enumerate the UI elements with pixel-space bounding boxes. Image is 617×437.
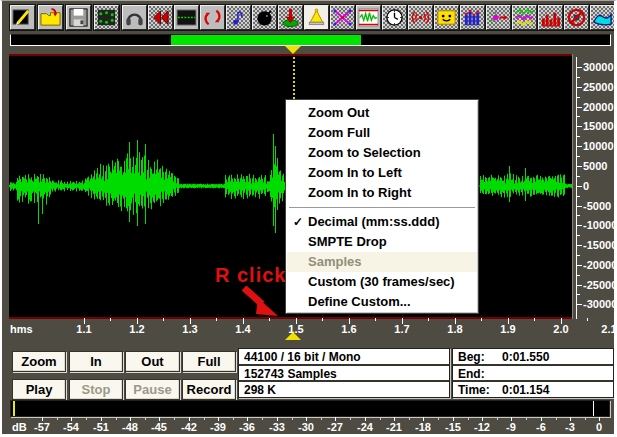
time-tick-label: 1.4 [228,323,258,335]
ocean-wave-icon[interactable] [590,5,615,30]
time-value: 0:01.154 [502,383,549,397]
tick-mark [247,417,248,421]
new-file-icon[interactable] [10,5,35,30]
meter-zero-mark [593,401,594,416]
tick-mark [174,418,175,420]
scope-wave-icon[interactable] [356,5,381,30]
menu-item-define-custom[interactable]: Define Custom... [287,292,477,312]
time-tick-label: 1.7 [387,323,417,335]
eq-bars-icon[interactable] [460,5,485,30]
tuning-note-icon[interactable] [226,5,251,30]
end-label: End: [458,367,502,381]
tick-mark [233,418,234,420]
amp-tick-label: -5000 [583,200,617,212]
in-button[interactable]: In [69,351,123,372]
tick-mark [561,318,562,324]
tick-mark [292,418,293,420]
headphones-icon[interactable] [122,5,147,30]
tick-mark [511,417,512,421]
amp-tick-label: -30000 [583,298,617,310]
tick-mark [577,196,580,197]
overview-bar[interactable] [10,34,611,46]
loop-icon[interactable] [200,5,225,30]
menu-item-smpte-drop[interactable]: SMPTE Drop [287,232,477,252]
time-tick-label: 1.9 [493,323,523,335]
tick-mark [438,418,439,420]
amp-tick-label: 0 [583,180,617,192]
tick-mark [423,417,424,421]
tick-mark [243,318,244,324]
tick-mark [577,67,582,68]
tick-mark [218,417,219,421]
clock-icon[interactable] [382,5,407,30]
menu-item-zoom-in-to-left[interactable]: Zoom In to Left [287,163,477,183]
play-button[interactable]: Play [12,379,66,400]
tick-mark [577,107,582,108]
full-button[interactable]: Full [182,351,236,372]
tick-mark [394,417,395,421]
tick-mark [577,294,580,295]
out-button[interactable]: Out [125,351,180,372]
color-waves-icon[interactable] [512,5,537,30]
tick-mark [262,418,263,420]
menu-item-zoom-in-to-right[interactable]: Zoom In to Right [287,183,477,203]
cut-mix-icon[interactable] [330,5,355,30]
tick-mark [321,418,322,420]
db-tick-label: -45 [146,421,172,433]
position-marker-top[interactable] [285,46,301,54]
playback-cursor [293,57,295,99]
level-ball-icon[interactable] [252,5,277,30]
menu-item-zoom-to-selection[interactable]: Zoom to Selection [287,143,477,163]
tick-mark [57,418,58,420]
timeline-view-icon[interactable] [174,5,199,30]
amp-tick-label: -25000 [583,279,617,291]
menu-item-samples[interactable]: Samples [287,252,477,272]
menu-item-zoom-full[interactable]: Zoom Full [287,123,477,143]
db-tick-label: -39 [205,421,231,433]
amp-tick-label: 15000 [583,120,617,132]
menu-item-decimal[interactable]: ✓Decimal (mm:ss.ddd) [287,212,477,232]
monitor-levels-icon[interactable] [94,5,119,30]
db-tick-label: -57 [29,421,55,433]
time-tick-label: 1.3 [175,323,205,335]
tick-mark [322,318,323,321]
save-file-icon[interactable] [66,5,91,30]
position-marker-bottom[interactable] [285,332,301,340]
broadcast-icon[interactable] [408,5,433,30]
tick-mark [86,418,87,420]
tick-mark [101,417,102,421]
no-entry-icon[interactable] [564,5,589,30]
record-button[interactable]: Record [182,379,236,400]
menu-item-zoom-out[interactable]: Zoom Out [287,103,477,123]
beg-label: Beg: [458,350,502,364]
amp-tick-label: -15000 [583,239,617,251]
tick-mark [497,418,498,420]
envelope-face-icon[interactable] [434,5,459,30]
menu-separator [289,207,475,208]
tick-mark [577,255,580,256]
time-tick-label: 1.1 [69,323,99,335]
db-tick-label: -21 [381,421,407,433]
burst-marker-icon[interactable] [486,5,511,30]
tick-mark [585,418,586,420]
import-audio-icon[interactable] [278,5,303,30]
histogram-icon[interactable] [538,5,563,30]
toolbar [2,3,617,34]
annotation-arrow [240,286,280,318]
end-info: End: [453,366,613,383]
signal-lamp-icon[interactable] [304,5,329,30]
tick-mark [84,318,85,324]
stop-button[interactable]: Stop [69,379,123,400]
zoom-button[interactable]: Zoom [12,351,66,372]
menu-item-custom[interactable]: Custom (30 frames/sec) [287,272,477,292]
pause-button[interactable]: Pause [125,379,180,400]
rewind-icon[interactable] [148,5,173,30]
tick-mark [375,318,376,321]
db-tick-label: -48 [117,421,143,433]
time-tick-label: 1.6 [334,323,364,335]
tick-mark [577,87,582,88]
tick-mark [577,285,582,286]
open-file-icon[interactable] [38,5,63,30]
tick-mark [526,418,527,420]
tick-mark [577,206,582,207]
